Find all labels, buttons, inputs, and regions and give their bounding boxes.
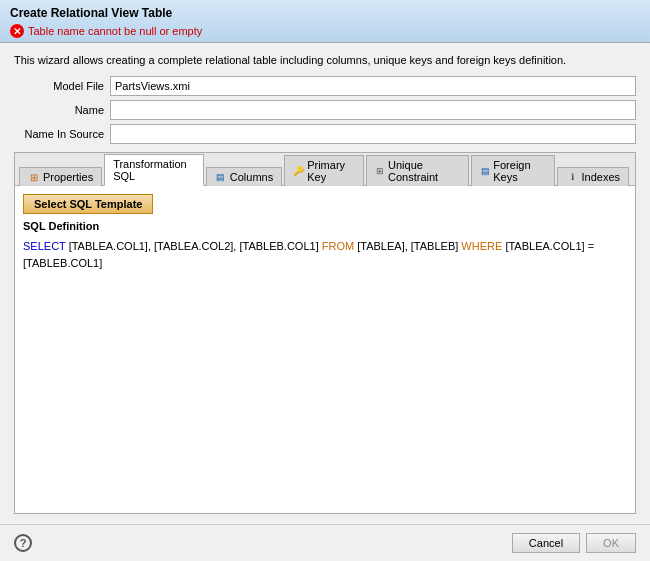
uc-icon: ⊞ — [375, 165, 385, 177]
pk-icon: 🔑 — [293, 165, 304, 177]
create-relational-view-table-dialog: Create Relational View Table ✕ Table nam… — [0, 0, 650, 561]
dialog-body: This wizard allows creating a complete r… — [0, 43, 650, 524]
tab-properties-label: Properties — [43, 171, 93, 183]
tab-columns-label: Columns — [230, 171, 273, 183]
tab-indexes-label: Indexes — [581, 171, 620, 183]
grid-icon: ⊞ — [28, 171, 40, 183]
panel-content: Select SQL Template SQL Definition SELEC… — [15, 186, 635, 513]
model-file-input[interactable] — [110, 76, 636, 96]
tab-unique-constraint-label: Unique Constraint — [388, 159, 460, 183]
name-in-source-row: Name In Source — [14, 124, 636, 144]
footer-buttons: Cancel OK — [512, 533, 636, 553]
sql-select-keyword: SELECT — [23, 240, 66, 252]
select-sql-template-button[interactable]: Select SQL Template — [23, 194, 153, 214]
description-text: This wizard allows creating a complete r… — [14, 53, 636, 68]
sql-definition-label: SQL Definition — [23, 220, 627, 232]
name-in-source-label: Name In Source — [14, 128, 104, 140]
tab-foreign-keys-label: Foreign Keys — [493, 159, 546, 183]
name-row: Name — [14, 100, 636, 120]
name-in-source-input[interactable] — [110, 124, 636, 144]
tab-foreign-keys[interactable]: ▤ Foreign Keys — [471, 155, 555, 186]
tab-unique-constraint[interactable]: ⊞ Unique Constraint — [366, 155, 469, 186]
sql-from-keyword: FROM — [322, 240, 354, 252]
tab-transformation-sql-label: Transformation SQL — [113, 158, 195, 182]
tabs-bar: ⊞ Properties Transformation SQL ▤ Column… — [15, 153, 635, 186]
name-label: Name — [14, 104, 104, 116]
help-icon[interactable]: ? — [14, 534, 32, 552]
ok-button[interactable]: OK — [586, 533, 636, 553]
cancel-button[interactable]: Cancel — [512, 533, 580, 553]
dialog-header: Create Relational View Table ✕ Table nam… — [0, 0, 650, 43]
columns-icon: ▤ — [215, 171, 227, 183]
dialog-footer: ? Cancel OK — [0, 524, 650, 561]
sql-from-tables: [TABLEA], [TABLEB] — [357, 240, 461, 252]
form-section: Model File Name Name In Source — [14, 76, 636, 144]
tab-columns[interactable]: ▤ Columns — [206, 167, 282, 186]
dialog-title: Create Relational View Table — [10, 6, 640, 20]
tab-primary-key-label: Primary Key — [307, 159, 355, 183]
sql-text: SELECT [TABLEA.COL1], [TABLEA.COL2], [TA… — [23, 238, 627, 505]
fk-icon: ▤ — [480, 165, 490, 177]
error-icon: ✕ — [10, 24, 24, 38]
tab-transformation-sql[interactable]: Transformation SQL — [104, 154, 204, 186]
model-file-label: Model File — [14, 80, 104, 92]
error-message: Table name cannot be null or empty — [28, 25, 202, 37]
model-file-row: Model File — [14, 76, 636, 96]
name-input[interactable] — [110, 100, 636, 120]
tabs-panel: ⊞ Properties Transformation SQL ▤ Column… — [14, 152, 636, 514]
sql-where-keyword: WHERE — [461, 240, 502, 252]
idx-icon: ℹ — [566, 171, 578, 183]
error-row: ✕ Table name cannot be null or empty — [10, 24, 640, 38]
sql-select-cols: [TABLEA.COL1], [TABLEA.COL2], [TABLEB.CO… — [69, 240, 322, 252]
tab-primary-key[interactable]: 🔑 Primary Key — [284, 155, 364, 186]
tab-properties[interactable]: ⊞ Properties — [19, 167, 102, 186]
tab-indexes[interactable]: ℹ Indexes — [557, 167, 629, 186]
